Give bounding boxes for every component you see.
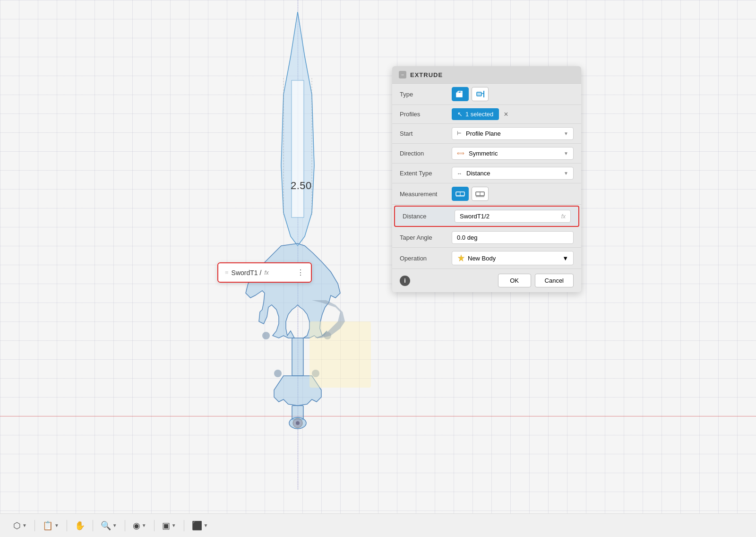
extent-type-control: ↔ Distance ▼ [452,167,574,180]
toolbar-view-button[interactable]: ◉▼ [129,518,150,533]
expression-fx-label: fx [264,269,268,276]
operation-label: Operation [400,255,452,262]
operation-row: Operation New Body ▼ [392,248,581,269]
svg-point-3 [274,370,282,377]
profiles-clear-button[interactable]: × [502,109,510,120]
distance-input[interactable]: SwordT1/2 fx [455,210,571,223]
svg-rect-13 [309,321,371,388]
type-extrude-icon [455,89,465,99]
distance-fx-label: fx [561,213,566,220]
measurement-symmetric-icon [455,190,465,198]
toolbar-sep-1 [34,520,35,531]
direction-dropdown-arrow: ▼ [564,151,568,156]
profiles-selected-button[interactable]: ↖ 1 selected [452,108,499,120]
distance-icon: ↔ [457,171,462,176]
svg-rect-14 [456,93,462,97]
operation-dropdown-arrow: ▼ [562,255,568,262]
toolbar-grid-button[interactable]: ▣▼ [158,518,180,533]
operation-dropdown[interactable]: New Body ▼ [452,251,574,265]
svg-point-12 [296,421,300,425]
extent-type-row: Extent Type ↔ Distance ▼ [392,164,581,183]
toolbar-sep-2 [67,520,67,531]
measurement-label: Measurement [400,191,452,198]
panel-title: EXTRUDE [410,71,443,78]
distance-control: SwordT1/2 fx [455,210,571,223]
cursor-icon: ↖ [457,111,463,118]
svg-rect-19 [477,92,481,96]
start-dropdown[interactable]: ⊢ Profile Plane ▼ [452,127,574,140]
start-label: Start [400,130,452,137]
type-control [452,87,574,101]
toolbar-sep-6 [184,520,184,531]
distance-row: Distance SwordT1/2 fx [394,206,579,227]
measurement-asymmetric-icon [475,190,485,198]
distance-value: SwordT1/2 [460,213,490,220]
direction-row: Direction ⟺ Symmetric ▼ [392,144,581,164]
extrude-panel: − EXTRUDE Type [392,66,581,292]
direction-dropdown[interactable]: ⟺ Symmetric ▼ [452,147,574,160]
expression-prefix-icon: ≡ [225,269,229,276]
symmetric-icon: ⟺ [457,150,464,156]
type-revolve-icon [475,89,485,99]
expression-menu-button[interactable]: ⋮ [297,268,304,277]
profiles-count: 1 selected [465,111,493,118]
operation-control: New Body ▼ [452,251,574,265]
toolbar-sep-3 [93,520,93,531]
canvas-area: 2.50 ≡ SwordT1 / fx ⋮ [0,0,756,513]
ok-button[interactable]: OK [498,274,531,287]
taper-angle-value: 0.0 deg [457,234,477,241]
svg-marker-28 [458,255,464,261]
dimension-value: 2.50 [291,180,312,191]
collapse-icon: − [401,72,404,78]
toolbar-display-button[interactable]: ⬛▼ [188,518,212,533]
info-button[interactable]: i [400,276,410,286]
toolbar-sep-4 [125,520,125,531]
profiles-control: ↖ 1 selected × [452,108,574,120]
measurement-control [452,187,574,201]
expression-text: SwordT1 / [232,269,262,277]
distance-label: Distance [403,213,455,220]
toolbar-pan-button[interactable]: ✋ [71,518,89,533]
measurement-button-symmetric[interactable] [452,187,469,201]
toolbar-sep-5 [154,520,155,531]
type-button-extrude[interactable] [452,87,469,101]
svg-rect-5 [292,338,303,376]
bottom-toolbar: ⬡▼ 📋▼ ✋ 🔍▼ ◉▼ ▣▼ ⬛▼ [0,513,756,537]
profiles-row: Profiles ↖ 1 selected × [392,105,581,124]
cancel-button[interactable]: Cancel [535,274,574,287]
type-row: Type [392,84,581,105]
start-value: Profile Plane [466,130,501,137]
extent-type-label: Extent Type [400,170,452,177]
toolbar-clipboard-button[interactable]: 📋▼ [39,518,63,533]
panel-header: − EXTRUDE [392,66,581,84]
collapse-button[interactable]: − [399,71,406,78]
direction-control: ⟺ Symmetric ▼ [452,147,574,160]
toolbar-transform-button[interactable]: ⬡▼ [9,518,31,533]
canvas-expression-box[interactable]: ≡ SwordT1 / fx ⋮ [217,262,312,283]
panel-footer: i OK Cancel [392,269,581,292]
dimension-label: 2.50 [291,180,312,192]
extent-type-dropdown-arrow: ▼ [564,171,568,176]
new-body-icon [457,254,465,262]
extent-type-dropdown[interactable]: ↔ Distance ▼ [452,167,574,180]
direction-label: Direction [400,150,452,157]
profile-plane-icon: ⊢ [457,130,462,137]
svg-rect-0 [292,80,304,217]
measurement-row: Measurement [392,183,581,205]
start-dropdown-arrow: ▼ [564,131,568,136]
type-button-revolve[interactable] [472,87,489,101]
profiles-label: Profiles [400,111,452,118]
info-icon: i [404,277,406,284]
measurement-button-asymmetric[interactable] [472,187,489,201]
operation-value: New Body [468,255,496,262]
taper-angle-control: 0.0 deg [452,231,574,244]
taper-angle-input[interactable]: 0.0 deg [452,231,574,244]
taper-angle-row: Taper Angle 0.0 deg [392,228,581,248]
direction-value: Symmetric [469,150,498,157]
svg-point-1 [262,332,270,339]
start-row: Start ⊢ Profile Plane ▼ [392,124,581,144]
extent-type-value: Distance [466,170,490,177]
start-control: ⊢ Profile Plane ▼ [452,127,574,140]
toolbar-zoom-button[interactable]: 🔍▼ [97,518,121,533]
type-label: Type [400,91,452,98]
